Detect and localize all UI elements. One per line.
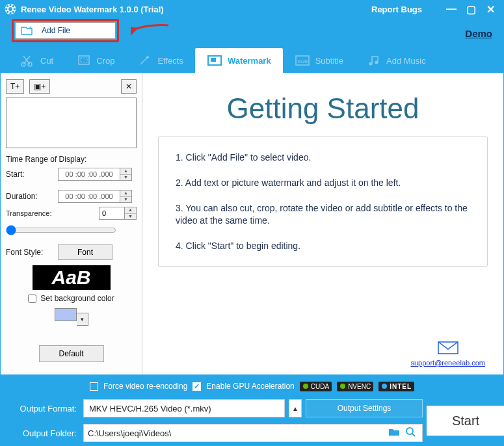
- svg-text:+: +: [29, 25, 32, 31]
- force-reencoding-checkbox[interactable]: [90, 382, 98, 391]
- gpu-accel-label: Enable GPU Acceleration: [206, 382, 294, 391]
- transparency-input[interactable]: [99, 207, 125, 220]
- tab-crop-label: Crop: [96, 56, 114, 66]
- bg-color-swatch[interactable]: [55, 308, 77, 321]
- output-folder-field[interactable]: C:\Users\joeqi\Videos\: [83, 424, 423, 442]
- output-folder-value: C:\Users\joeqi\Videos\: [88, 428, 386, 438]
- svg-point-7: [12, 5, 14, 7]
- font-preview: AaB: [33, 265, 111, 290]
- tab-cut-label: Cut: [40, 56, 53, 66]
- tab-effects[interactable]: Effects: [126, 48, 195, 73]
- svg-point-23: [340, 384, 345, 389]
- output-folder-label: Output Folder:: [8, 428, 79, 438]
- force-reencoding-label: Force video re-encoding: [103, 382, 187, 391]
- toolbar: + Add File Demo: [0, 18, 504, 48]
- tab-cut[interactable]: Cut: [9, 48, 65, 73]
- add-image-watermark-button[interactable]: ▣+: [29, 79, 50, 94]
- transparency-slider[interactable]: [6, 225, 116, 235]
- set-background-color-label: Set background color: [40, 294, 114, 303]
- scissors-icon: [21, 54, 35, 67]
- svg-rect-14: [81, 58, 87, 62]
- svg-point-8: [7, 11, 8, 13]
- font-button[interactable]: Font: [58, 244, 113, 260]
- output-format-label: Output Format:: [8, 404, 79, 413]
- transparency-spinner[interactable]: ▲▼: [125, 207, 137, 220]
- tab-watermark-label: Watermark: [228, 56, 271, 66]
- footer-bar: Force video re-encoding ✓ Enable GPU Acc…: [0, 374, 504, 446]
- open-folder-icon[interactable]: [403, 426, 418, 439]
- start-time-input[interactable]: [58, 168, 120, 181]
- tab-watermark[interactable]: Watermark: [195, 48, 283, 73]
- watermark-list-box[interactable]: [6, 98, 137, 148]
- demo-link[interactable]: Demo: [465, 28, 492, 39]
- duration-input[interactable]: [58, 190, 120, 203]
- svg-point-5: [14, 8, 16, 10]
- time-range-heading: Time Range of Display:: [6, 155, 137, 164]
- feature-tabs: Cut Crop Effects Watermark SUB Subtitle …: [0, 48, 504, 73]
- output-settings-button[interactable]: Output Settings: [306, 399, 423, 417]
- cuda-badge: CUDA: [300, 382, 332, 391]
- svg-point-3: [9, 12, 11, 14]
- watermark-icon: [207, 54, 222, 67]
- main-area: T+ ▣+ ✕ Time Range of Display: Start: ▲▼…: [0, 73, 504, 374]
- font-style-label: Font Style:: [6, 248, 58, 257]
- gpu-accel-checkbox[interactable]: ✓: [192, 382, 201, 391]
- support-contact: support@reneelab.com: [410, 341, 485, 368]
- music-icon: [367, 54, 381, 67]
- add-text-watermark-button[interactable]: T+: [6, 79, 24, 94]
- getting-started-card: 1. Click "Add File" to select video. 2. …: [158, 137, 488, 267]
- getting-started-heading: Getting Started: [158, 92, 488, 125]
- subtitle-icon: SUB: [295, 54, 310, 67]
- content-pane: Getting Started 1. Click "Add File" to s…: [142, 73, 503, 374]
- svg-text:SUB: SUB: [297, 59, 308, 64]
- step-4: 4. Click "Start" to begin editing.: [176, 240, 470, 252]
- maximize-button[interactable]: ▢: [461, 3, 481, 16]
- tab-crop[interactable]: Crop: [65, 48, 126, 73]
- svg-rect-13: [79, 56, 89, 64]
- tab-addmusic-label: Add Music: [386, 56, 426, 66]
- output-format-value: MKV HEVC/H.265 Video (*.mkv): [89, 404, 211, 413]
- tab-subtitle[interactable]: SUB Subtitle: [283, 48, 355, 73]
- guide-arrow-icon: [131, 23, 170, 38]
- report-bugs-link[interactable]: Report Bugs: [371, 5, 422, 14]
- titlebar: Renee Video Watermark 1.0.0 (Trial) Repo…: [0, 0, 504, 18]
- close-button[interactable]: ✕: [481, 3, 500, 16]
- svg-point-22: [303, 384, 308, 389]
- folder-plus-icon: +: [21, 25, 33, 36]
- step-3: 3. You can also cut, crop, rotate the vi…: [176, 202, 470, 227]
- remove-watermark-button[interactable]: ✕: [121, 79, 137, 94]
- support-email-link[interactable]: support@reneelab.com: [410, 359, 485, 367]
- add-file-button[interactable]: + Add File: [15, 22, 116, 39]
- output-format-dropdown-button[interactable]: ▲: [289, 399, 302, 417]
- svg-point-25: [406, 428, 413, 434]
- window-title: Renee Video Watermark 1.0.0 (Trial): [21, 5, 371, 14]
- output-format-select[interactable]: MKV HEVC/H.265 Video (*.mkv): [83, 399, 285, 417]
- minimize-button[interactable]: —: [442, 3, 461, 15]
- tab-add-music[interactable]: Add Music: [355, 48, 438, 73]
- step-1: 1. Click "Add File" to select video.: [176, 151, 470, 164]
- start-time-spinner[interactable]: ▲▼: [120, 168, 132, 181]
- set-background-color-checkbox[interactable]: [28, 295, 36, 303]
- svg-point-2: [9, 4, 11, 6]
- step-2: 2. Add text or picture watermark and adj…: [176, 177, 470, 189]
- duration-spinner[interactable]: ▲▼: [120, 190, 132, 203]
- default-button[interactable]: Default: [39, 345, 104, 362]
- browse-folder-icon[interactable]: [386, 427, 403, 439]
- svg-point-9: [12, 11, 14, 13]
- add-file-highlight: + Add File: [12, 19, 119, 42]
- svg-point-4: [5, 8, 7, 10]
- tab-effects-label: Effects: [157, 56, 183, 66]
- watermark-settings-panel: T+ ▣+ ✕ Time Range of Display: Start: ▲▼…: [1, 73, 142, 374]
- mail-icon: [437, 341, 459, 355]
- intel-badge: INTEL: [378, 382, 414, 391]
- start-button[interactable]: Start: [427, 406, 504, 436]
- wand-icon: [138, 54, 152, 67]
- duration-label: Duration:: [6, 192, 58, 201]
- add-file-label: Add File: [42, 26, 70, 35]
- svg-point-1: [8, 7, 12, 11]
- bg-color-dropdown[interactable]: ▾: [77, 313, 88, 326]
- svg-point-6: [7, 5, 8, 7]
- start-label: Start:: [6, 170, 58, 179]
- tab-subtitle-label: Subtitle: [315, 56, 343, 66]
- transparency-label: Transparence:: [6, 209, 58, 217]
